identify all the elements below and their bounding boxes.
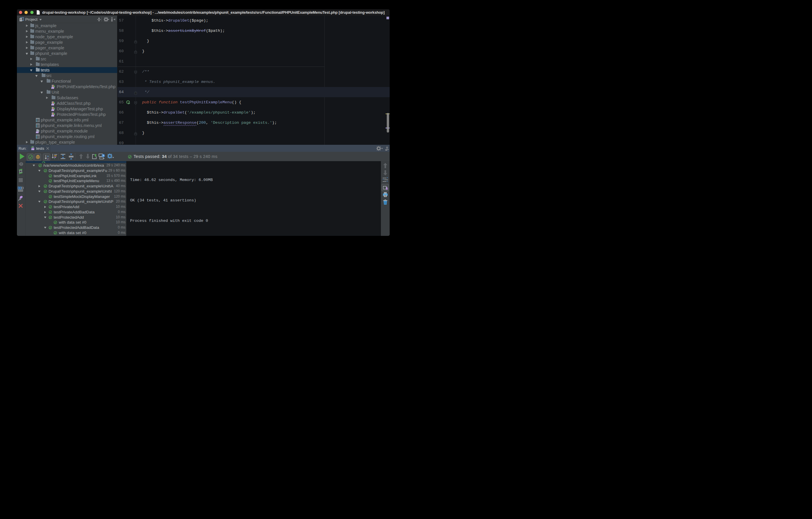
svg-text:php: php (31, 148, 34, 150)
svg-text:z: z (47, 157, 49, 160)
svg-text:php: php (36, 131, 38, 133)
svg-text:php: php (51, 87, 54, 89)
svg-text:!: ! (21, 163, 22, 166)
svg-text:php: php (51, 104, 54, 105)
svg-text:php: php (51, 109, 54, 111)
svg-text:php: php (51, 115, 54, 116)
